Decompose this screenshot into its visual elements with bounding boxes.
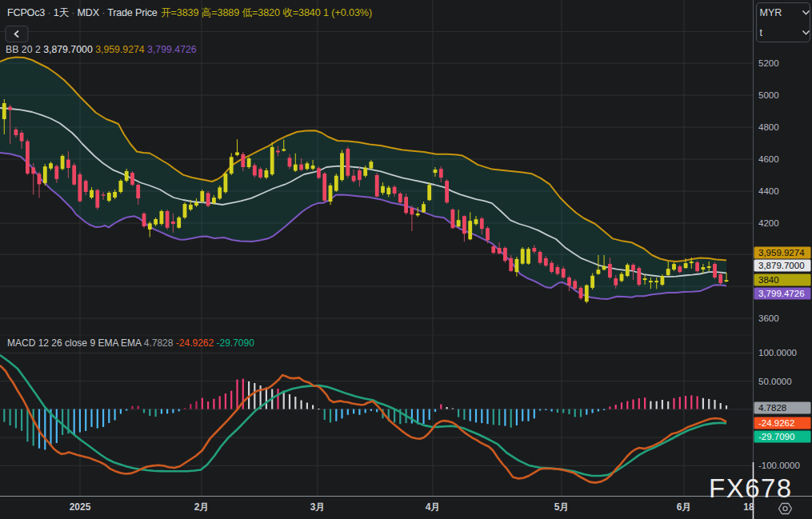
- svg-text:-100.0000: -100.0000: [758, 461, 800, 470]
- svg-text:2025: 2025: [70, 501, 91, 513]
- svg-text:5月: 5月: [554, 501, 570, 513]
- svg-text:-24.9262: -24.9262: [758, 418, 794, 428]
- svg-text:4200: 4200: [758, 218, 779, 228]
- svg-text:BB 20 2 3,879.7000 3,959.927: BB 20 2 3,879.7000 3,959.9274 3,799.4726: [6, 44, 197, 55]
- svg-text:MACD 12 26 close 9 EMA EMA 4.: MACD 12 26 close 9 EMA EMA 4.7828 -24.92…: [7, 337, 254, 349]
- svg-text:18: 18: [743, 501, 754, 513]
- svg-text:4800: 4800: [758, 122, 779, 132]
- svg-text:5200: 5200: [758, 58, 779, 68]
- svg-text:4月: 4月: [426, 501, 441, 513]
- svg-text:3,879.7000: 3,879.7000: [758, 261, 805, 270]
- svg-text:5000: 5000: [758, 90, 779, 100]
- svg-text:4400: 4400: [758, 186, 779, 196]
- svg-text:50.0000: 50.0000: [758, 377, 792, 386]
- svg-text:3月: 3月: [310, 501, 326, 513]
- svg-text:4.7828: 4.7828: [758, 403, 786, 413]
- svg-text:100.0000: 100.0000: [758, 348, 797, 357]
- svg-text:开=3839 高=3889 低=3820 收=3840 1: 开=3839 高=3889 低=3820 收=3840 1 (+0.03%): [161, 7, 372, 18]
- svg-text:4600: 4600: [758, 154, 779, 164]
- svg-text:3600: 3600: [758, 313, 779, 323]
- svg-text:3,799.4726: 3,799.4726: [758, 289, 805, 298]
- svg-text:3,959.9274: 3,959.9274: [758, 248, 805, 258]
- svg-text:t: t: [760, 27, 763, 38]
- svg-text:MYR: MYR: [760, 7, 782, 18]
- svg-text:2月: 2月: [194, 501, 210, 513]
- svg-text:3840: 3840: [758, 275, 779, 285]
- svg-text:FX678: FX678: [709, 473, 793, 503]
- svg-text:6月: 6月: [677, 501, 692, 513]
- svg-text:FCPOc3 · 1天 · MDX · Trade Pric: FCPOc3 · 1天 · MDX · Trade Price: [7, 7, 158, 18]
- svg-text:-29.7090: -29.7090: [758, 432, 794, 441]
